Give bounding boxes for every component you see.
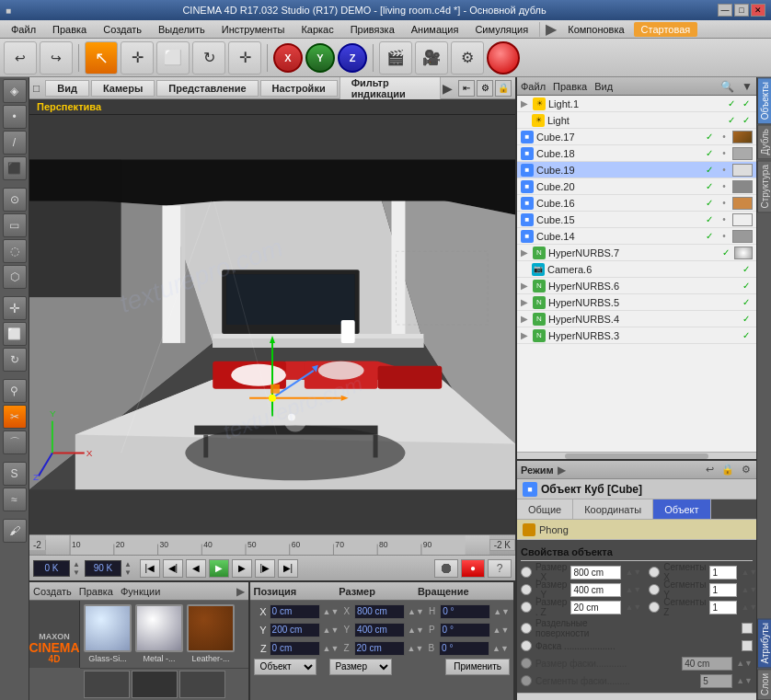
rot-b-stepper[interactable]: ▲▼ [492, 644, 509, 653]
obj-item-hn3[interactable]: ▶ N HyperNURBS.3 ✓ [517, 327, 756, 344]
undo-button[interactable]: ↩ [4, 41, 37, 75]
pos-x-stepper[interactable]: ▲▼ [323, 607, 339, 616]
cube17-vis[interactable]: ✓ [703, 131, 716, 143]
menu-wireframe[interactable]: Каркас [293, 22, 340, 37]
rot-p-input[interactable] [440, 623, 490, 637]
cam6-vis[interactable]: ✓ [740, 263, 753, 276]
cube16-vis[interactable]: ✓ [703, 197, 716, 210]
size-z-radio[interactable] [521, 602, 532, 613]
seg-x-radio[interactable] [649, 567, 660, 578]
render-view-button[interactable]: 🎥 [415, 41, 448, 75]
prev-key-button[interactable]: ◀| [163, 559, 183, 578]
cube15-dot[interactable]: • [718, 213, 731, 226]
seg-y-stepper[interactable]: ▲▼ [741, 585, 756, 594]
menu-animate[interactable]: Анимация [404, 22, 466, 37]
end-frame-up-btn[interactable]: ▲ [124, 560, 132, 568]
light1-render-check[interactable]: ✓ [740, 98, 753, 110]
materials-arrow[interactable]: ▶ [236, 585, 245, 598]
pos-y-input[interactable] [270, 623, 320, 637]
sep-surf-checkbox[interactable] [742, 623, 753, 634]
record-btn[interactable]: ⏺ [434, 559, 458, 578]
next-key-button[interactable]: |▶ [255, 559, 275, 578]
hn3-vis[interactable]: ✓ [740, 329, 753, 342]
seg-x-input[interactable] [709, 566, 737, 580]
viewport-canvas[interactable]: X Y Z texturepro.com texturepro.com [29, 115, 515, 534]
size-y-stepper[interactable]: ▲▼ [408, 625, 424, 635]
coord-system-select[interactable]: Объект Мировой [254, 659, 316, 675]
move-tool-button[interactable]: ✛ [121, 41, 154, 75]
size-x-prop-stepper[interactable]: ▲▼ [625, 568, 641, 577]
materials-edit[interactable]: Правка [79, 586, 113, 597]
smooth-icon[interactable]: ≈ [3, 488, 27, 511]
cube19-vis[interactable]: ✓ [703, 164, 716, 177]
object-mode-icon[interactable]: ◈ [3, 79, 27, 103]
rot-h-stepper[interactable]: ▲▼ [493, 607, 510, 616]
attrs-tab-coords[interactable]: Координаты [573, 499, 653, 519]
viewport-menu-settings[interactable]: Настройки [260, 80, 338, 97]
menu-startup[interactable]: Стартовая [634, 22, 698, 37]
render-button[interactable] [487, 41, 520, 75]
obj-item-cube20[interactable]: ■ Cube.20 ✓ • [517, 178, 756, 195]
vtab-layers[interactable]: Слои [757, 669, 771, 700]
obj-item-cube16[interactable]: ■ Cube.16 ✓ • [517, 195, 756, 212]
attrs-icon-3[interactable]: ⚙ [742, 464, 751, 476]
frame-up-btn[interactable]: ▲ [73, 560, 80, 568]
viewport-menu-repr[interactable]: Представление [156, 80, 258, 97]
maximize-button[interactable]: □ [734, 4, 749, 17]
obj-search-icon[interactable]: 🔍 [720, 80, 734, 93]
viewport-menu-cameras[interactable]: Камеры [91, 80, 155, 97]
sep-surf-radio[interactable] [521, 623, 532, 634]
fillet-checkbox[interactable] [742, 640, 753, 651]
record-settings-btn[interactable]: ? [488, 559, 512, 578]
polygon-selection-icon[interactable]: ⬡ [3, 265, 27, 289]
menu-create[interactable]: Создать [96, 22, 149, 37]
size-z-prop-stepper[interactable]: ▲▼ [625, 602, 641, 612]
obj-item-cube14[interactable]: ■ Cube.14 ✓ • [517, 228, 756, 245]
menu-file[interactable]: Файл [4, 22, 43, 37]
multi-tool-button[interactable]: ✛ [228, 41, 261, 75]
viewport-btn-1[interactable]: ⇤ [458, 80, 475, 97]
size-z-prop-input[interactable] [570, 601, 621, 614]
size-y-prop-input[interactable] [570, 583, 621, 597]
point-mode-icon[interactable]: • [3, 105, 27, 129]
obj-item-hn5[interactable]: ▶ N HyperNURBS.5 ✓ [517, 294, 756, 311]
menu-edit[interactable]: Правка [45, 22, 94, 37]
attrs-icon-2[interactable]: 🔒 [721, 464, 734, 476]
pos-z-stepper[interactable]: ▲▼ [323, 644, 339, 653]
cube18-vis[interactable]: ✓ [703, 147, 716, 160]
rot-b-input[interactable] [439, 641, 489, 656]
fillet-radio[interactable] [521, 640, 532, 651]
size-x-radio[interactable] [521, 567, 532, 578]
sculpt-icon[interactable]: 🖌 [3, 519, 27, 543]
frame-down-btn[interactable]: ▼ [73, 568, 80, 577]
obj-item-cube17[interactable]: ■ Cube.17 ✓ • [517, 129, 756, 145]
vtab-structure[interactable]: Структура [757, 160, 771, 212]
cube19-dot[interactable]: • [718, 164, 731, 177]
obj-item-cube15[interactable]: ■ Cube.15 ✓ • [517, 212, 756, 228]
rot-h-input[interactable] [440, 604, 490, 619]
attrs-arrow[interactable]: ▶ [558, 464, 566, 476]
y-axis-button[interactable]: Y [305, 43, 335, 73]
poly-mode-icon[interactable]: ⬛ [3, 156, 27, 180]
size-mode-select[interactable]: Размер Масштаб [329, 659, 392, 675]
obj-item-light1[interactable]: ▶ ☀ Light.1 ✓ ✓ [517, 96, 756, 112]
obj-item-hn4[interactable]: ▶ N HyperNURBS.4 ✓ [517, 311, 756, 327]
attrs-tab-object[interactable]: Объект [653, 499, 710, 519]
lasso-selection-icon[interactable]: ◌ [3, 239, 27, 263]
cube20-dot[interactable]: • [718, 180, 731, 193]
hn5-vis[interactable]: ✓ [740, 296, 753, 309]
rectangle-selection-icon[interactable]: ▭ [3, 213, 27, 237]
obj-filter-icon[interactable]: ▼ [742, 80, 753, 93]
end-frame-input[interactable] [85, 560, 121, 577]
materials-create[interactable]: Создать [33, 586, 72, 597]
obj-edit[interactable]: Правка [553, 81, 587, 92]
hn4-vis[interactable]: ✓ [740, 313, 753, 326]
cube15-vis[interactable]: ✓ [703, 213, 716, 226]
move-icon[interactable]: ✛ [3, 296, 27, 320]
seg-y-input[interactable] [709, 583, 737, 597]
end-frame-down-btn[interactable]: ▼ [124, 568, 132, 577]
obj-file[interactable]: Файл [521, 81, 546, 92]
pos-y-stepper[interactable]: ▲▼ [323, 625, 339, 635]
obj-view[interactable]: Вид [594, 81, 613, 92]
cube20-vis[interactable]: ✓ [703, 180, 716, 193]
